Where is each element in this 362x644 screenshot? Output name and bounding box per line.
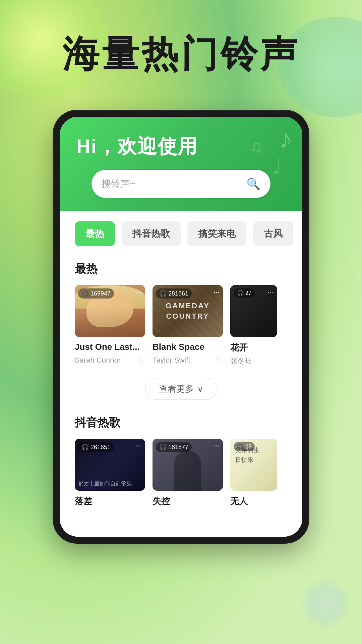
hot-card-3[interactable]: 🎧 27 ··· 花开 张冬玨	[230, 285, 277, 366]
douyin-plays-1: 🎧 261651	[78, 442, 114, 452]
douyin-title-1: 落差	[75, 495, 145, 507]
search-bar[interactable]: 搜铃声~ 🔍	[92, 170, 270, 198]
card-title-3: 花开	[230, 342, 277, 354]
card-more-3[interactable]: ···	[268, 288, 274, 297]
douyin-title-3: 无人	[230, 495, 277, 507]
card-footer-2: Taylor Swift ♡	[153, 355, 223, 365]
card-thumb-1: 🎧 169947 ···	[75, 285, 145, 337]
tab-hot[interactable]: 最热	[75, 221, 115, 246]
douyin-card-1[interactable]: 都太市里如何自前常见 🎧 261651 ··· 落差	[75, 439, 145, 510]
phone-greeting: Hi，欢迎使用	[76, 133, 286, 160]
card-heart-1[interactable]: ♡	[137, 355, 145, 365]
card-plays-1: 🎧 169947	[78, 288, 114, 299]
search-placeholder: 搜铃声~	[102, 177, 241, 190]
hot-cards-row: 🎧 169947 ··· Just One Last... Sarah Conn…	[75, 285, 287, 366]
view-more-chevron: ∨	[197, 384, 203, 394]
card-thumb-2: GAMEDAY COUNTRY 🎧 281861 ···	[153, 285, 223, 337]
headphone-icon-5: 🎧	[159, 443, 167, 451]
headphone-icon-1: 🎧	[81, 290, 89, 297]
douyin-thumb-2: 🎧 181877 ···	[153, 439, 223, 491]
gameday-label: GAMEDAY COUNTRY	[153, 301, 223, 322]
decorative-disc	[298, 577, 352, 631]
view-more-section: 查看更多 ∨	[60, 366, 302, 408]
douyin-thumb-3: 父亲的生日快乐 🎧 25	[230, 439, 277, 491]
douyin-more-2[interactable]: ···	[214, 441, 220, 450]
douyin-cards-row: 都太市里如何自前常见 🎧 261651 ··· 落差	[75, 439, 287, 520]
card-thumb-3: 🎧 27 ···	[230, 285, 277, 337]
phone-header: ♪ ♫ ♩ Hi，欢迎使用 搜铃声~ 🔍	[60, 117, 302, 211]
douyin-card-3[interactable]: 父亲的生日快乐 🎧 25 无人	[230, 439, 277, 510]
card-plays-3: 🎧 27	[234, 288, 255, 298]
card-artist-1: Sarah Connor	[75, 356, 121, 365]
headphone-icon-4: 🎧	[81, 443, 89, 451]
card-title-2: Blank Space	[153, 342, 223, 352]
hot-section: 最热 🎧 169947	[60, 255, 302, 366]
douyin-card-2[interactable]: 🎧 181877 ··· 失控	[153, 439, 223, 510]
douyin-plays-2: 🎧 181877	[156, 442, 192, 452]
tab-funny[interactable]: 搞笑来电	[187, 221, 246, 246]
card-title-1: Just One Last...	[75, 342, 145, 352]
hot-section-title: 最热	[75, 261, 287, 277]
view-more-label: 查看更多	[159, 383, 194, 395]
card-more-1[interactable]: ···	[136, 288, 142, 297]
page-headline: 海量热门铃声	[0, 34, 362, 74]
douyin-section: 抖音热歌 都太市里如何自前常见 🎧 261651 ···	[60, 408, 302, 520]
tab-guofeng[interactable]: 古风	[253, 221, 293, 246]
card-artist-2: Taylor Swift	[153, 356, 190, 365]
card-footer-1: Sarah Connor ♡	[75, 355, 145, 365]
douyin-title-2: 失控	[153, 495, 223, 507]
card-footer-3: 张冬玨	[230, 356, 277, 366]
douyin-section-title: 抖音热歌	[75, 415, 287, 430]
headphone-icon-2: 🎧	[159, 290, 167, 297]
douyin-plays-3: 🎧 25	[234, 442, 255, 451]
headphone-icon-3: 🎧	[237, 290, 244, 296]
phone-body: 最热 抖音热歌 搞笑来电 古风 最热	[60, 211, 302, 537]
headphone-icon-6: 🎧	[237, 443, 244, 450]
tab-douyin[interactable]: 抖音热歌	[122, 221, 181, 246]
hot-card-1[interactable]: 🎧 169947 ··· Just One Last... Sarah Conn…	[75, 285, 145, 366]
card-more-2[interactable]: ···	[214, 288, 220, 297]
card-heart-2[interactable]: ♡	[215, 355, 223, 365]
phone-screen: ♪ ♫ ♩ Hi，欢迎使用 搜铃声~ 🔍 最热 抖音热歌 搞笑来电 古风 最热	[60, 117, 302, 537]
view-more-button[interactable]: 查看更多 ∨	[145, 378, 217, 400]
hot-card-2[interactable]: GAMEDAY COUNTRY 🎧 281861 ··· Blank Space…	[153, 285, 223, 366]
douyin-more-1[interactable]: ···	[136, 441, 142, 450]
card-artist-3: 张冬玨	[230, 356, 252, 366]
card-plays-2: 🎧 281861	[156, 288, 192, 299]
category-tabs: 最热 抖音热歌 搞笑来电 古风	[60, 221, 302, 255]
phone-bottom	[60, 520, 302, 537]
douyin-thumb-1: 都太市里如何自前常见 🎧 261651 ···	[75, 439, 145, 491]
phone-mockup: ♪ ♫ ♩ Hi，欢迎使用 搜铃声~ 🔍 最热 抖音热歌 搞笑来电 古风 最热	[54, 111, 308, 543]
search-icon[interactable]: 🔍	[246, 177, 260, 191]
